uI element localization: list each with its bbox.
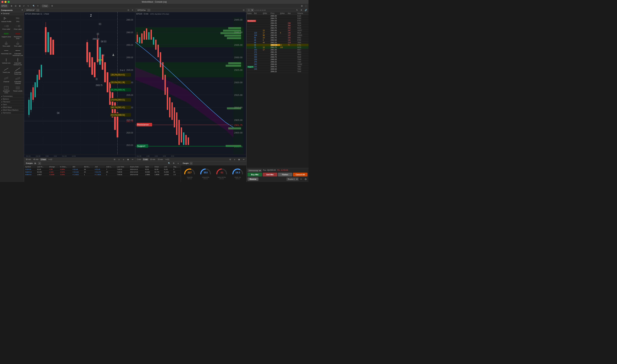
- chart-1h-lock-btn[interactable]: ⇔: [131, 158, 134, 161]
- table-row[interactable]: 2904.75 5360: [246, 17, 308, 20]
- ob-settings-btn[interactable]: ⚙: [299, 8, 303, 12]
- comp-extended-trend-line[interactable]: Extended Trend Line: [12, 67, 24, 76]
- interval-selector[interactable]: 1 hour: [42, 4, 48, 7]
- comp-vertical-line[interactable]: Vertical Line: [1, 57, 12, 66]
- ob-cell-price[interactable]: 2900.25: [270, 61, 280, 63]
- sidebar-item-markers[interactable]: ▸ Markers: [0, 98, 24, 101]
- sidebar-item-commentary[interactable]: ▸ Commentary: [0, 95, 24, 98]
- sidebar-item-gann[interactable]: ▸ Gann: [0, 103, 24, 106]
- add-chart-1h-btn[interactable]: +: [37, 9, 39, 12]
- table-row[interactable]: 15 2903.50 247 10257: [246, 29, 308, 32]
- reverse-btn[interactable]: Reverse: [247, 178, 258, 181]
- table-row[interactable]: 79 10 2901.75 106 9039: [246, 46, 308, 49]
- chart-1h-alerts-btn[interactable]: ≡: [122, 158, 126, 161]
- ob-cell-price[interactable]: 2901.25: [270, 51, 280, 53]
- table-row[interactable]: 153 17 2901.50 9957: [246, 49, 308, 51]
- ob-cell-price[interactable]: 2904.50: [270, 20, 280, 22]
- table-row[interactable]: 104 99 2903.00 187 10663: [246, 34, 308, 37]
- list-item[interactable]: CLEX19 52.45 -0.35 -0.66% ▾ 52.44 34 ▾ 5…: [25, 168, 180, 171]
- ob-cell-price[interactable]: 2902.50: [270, 39, 280, 41]
- chart-5m-orders-btn[interactable]: ≡: [233, 158, 236, 161]
- table-row[interactable]: 123 17 2903.25 4 196 9528: [246, 32, 308, 34]
- chart-1h-eye-btn[interactable]: ◉: [126, 158, 130, 161]
- ob-cell-price[interactable]: 2902.00: [270, 44, 280, 46]
- ob-cell-price[interactable]: 2903.00: [270, 34, 280, 36]
- comp-time-label-1[interactable]: Time Label: [1, 40, 12, 48]
- comp-price-label-2[interactable]: Price Label: [12, 24, 24, 31]
- chart-tab-1h[interactable]: EPZ19 1h*: [25, 9, 36, 12]
- table-row[interactable]: 220 2901.00 7840: [246, 53, 308, 56]
- comp-channel[interactable]: Channel: [1, 76, 12, 85]
- ob-cell-price[interactable]: 2903.25: [270, 32, 280, 34]
- table-row[interactable]: 58 2902.00 12 72 9781: [246, 44, 308, 46]
- comp-horizontal-line[interactable]: Horizontal Line: [1, 48, 12, 57]
- tf-more-1h[interactable]: >>12: [47, 158, 53, 161]
- ob-cell-price[interactable]: 2901.00: [270, 54, 280, 56]
- add-chart-5m-btn[interactable]: +: [148, 9, 150, 12]
- add-gauges-btn[interactable]: +: [190, 162, 193, 165]
- list-item[interactable]: NQMX19 52.450 -0.325 -0.62% ▾ 52.425 22 …: [25, 171, 180, 173]
- sidebar-item-elliott-wave[interactable]: ▸ Elliott Wave: [0, 106, 24, 109]
- chart-tab-5m[interactable]: EPZ19 5m: [136, 9, 147, 12]
- comp-tpo[interactable]: TPO TPO: [12, 16, 24, 23]
- tf-5min[interactable]: 5 min: [142, 158, 148, 161]
- table-row[interactable]: 171 2901.25 8553: [246, 51, 308, 53]
- minimize-button[interactable]: [4, 1, 7, 3]
- ob-cell-price[interactable]: 2905.00: [270, 15, 280, 17]
- fullscreen-btn[interactable]: ⛶: [304, 4, 308, 8]
- tf-1min[interactable]: 1 min: [136, 158, 142, 161]
- energies-settings-btn[interactable]: ⚙: [172, 161, 176, 165]
- ob-cell-price[interactable]: 2902.75: [270, 37, 280, 39]
- maximize-button[interactable]: [8, 1, 10, 3]
- chart-5m-settings[interactable]: ⊟: [228, 158, 232, 161]
- gauges-tab[interactable]: Gauges: [182, 162, 190, 165]
- tf-more-5m[interactable]: >>11: [164, 158, 170, 161]
- sidebar-item-harmonics[interactable]: ▸ Harmonics: [0, 112, 24, 114]
- energies-tab[interactable]: Energies 5: [25, 162, 38, 165]
- table-row[interactable]: 275 2900.25 7184: [246, 61, 308, 63]
- bracket-selector[interactable]: Bracket 1 Bracket 2: [287, 178, 298, 181]
- ob-cell-price[interactable]: 2901.50: [270, 49, 280, 51]
- components-close-icon[interactable]: ✕: [21, 9, 23, 11]
- comp-time-label-2[interactable]: Time Label: [12, 40, 24, 48]
- chart-1h-settings[interactable]: ⊟: [113, 158, 116, 161]
- ob-refresh-btn[interactable]: ↻: [295, 8, 299, 12]
- ob-rows-container[interactable]: 2905.00 6125 2904.75 5360 Resistance 290…: [246, 15, 308, 168]
- comp-quadrant-lines[interactable]: Quadrant Lines: [1, 85, 12, 94]
- settings-btn[interactable]: ⚙: [50, 4, 54, 8]
- comp-extended-channel[interactable]: Extended Channel: [12, 76, 24, 85]
- ob-cell-price[interactable]: 2900.75: [270, 56, 280, 58]
- ob-cell-price[interactable]: 2902.25: [270, 42, 280, 43]
- tf-30min[interactable]: 30 min: [25, 158, 32, 161]
- ob-cell-price[interactable]: 2903.50: [270, 29, 280, 31]
- comp-trend-line[interactable]: Trend Line: [1, 67, 12, 76]
- level-selector[interactable]: 1235101520: [247, 9, 254, 12]
- ob-cell-price[interactable]: 2900.50: [270, 59, 280, 60]
- tf-15min[interactable]: 15 min: [157, 158, 164, 161]
- sidebar-item-general[interactable]: ▾ General: [0, 12, 24, 15]
- chart-canvas-1h[interactable]: EPZ19 (Alternate 1) - 1 hour: [24, 12, 135, 157]
- draw-tool-btn[interactable]: ✏: [36, 4, 40, 8]
- toolbar-icon-1[interactable]: ⊞: [10, 4, 13, 8]
- comp-tirone-levels[interactable]: Tirone Levels: [12, 85, 24, 94]
- zoom-in-btn[interactable]: 🔍: [32, 4, 36, 8]
- ob-cell-price[interactable]: 2899.75: [270, 66, 280, 68]
- chart-1h-close-btn[interactable]: ✕: [131, 8, 134, 12]
- table-row[interactable]: 2899.25 7644: [246, 70, 308, 73]
- bracket-power-btn[interactable]: ⏻: [304, 177, 308, 181]
- toolbar-icon-5[interactable]: ↪: [26, 4, 30, 8]
- bracket-edit-btn[interactable]: ✏: [299, 177, 303, 181]
- chart-1h-orders-btn[interactable]: ≡: [117, 158, 121, 161]
- ob-cell-price[interactable]: 2904.00: [270, 25, 280, 26]
- toolbar-icon-4[interactable]: ↩: [22, 4, 26, 8]
- table-row[interactable]: 2903.75 252 8419: [246, 27, 308, 29]
- comp-resistance-zone[interactable]: Resistance Zone: [12, 31, 24, 40]
- toolbar-icon-2[interactable]: ⊟: [14, 4, 18, 8]
- list-item[interactable]: HOEX19 1.9027 -0.0008 -0.04% ▾ 1.9022 1 …: [25, 174, 180, 176]
- table-row[interactable]: 245 2899.50 7462: [246, 68, 308, 70]
- comp-extended-vertical-line[interactable]: Extended Vertical Line: [12, 57, 24, 66]
- table-row[interactable]: 230 2900.50 7588: [246, 58, 308, 61]
- ob-link-btn[interactable]: 🔗: [304, 8, 308, 12]
- table-row[interactable]: 254 2900.75 5528: [246, 56, 308, 58]
- buy-mkt-btn[interactable]: Buy Mkt: [247, 173, 262, 176]
